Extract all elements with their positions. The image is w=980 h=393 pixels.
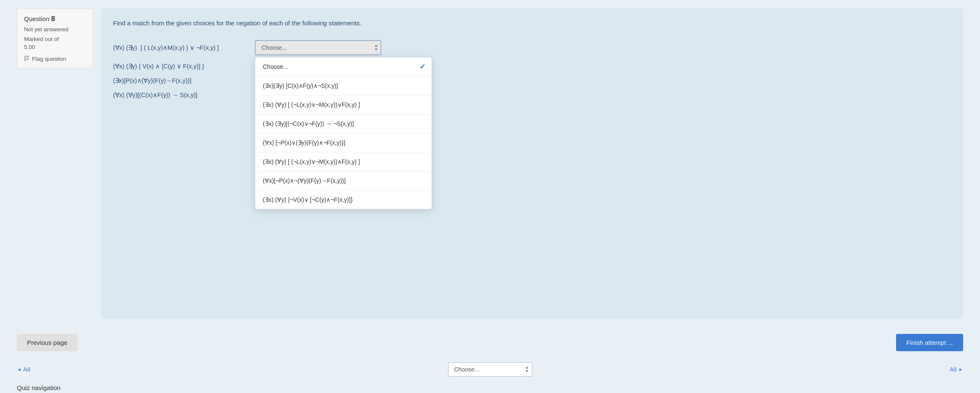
question-area: Find a match from the given choices for … xyxy=(101,8,963,319)
dropdown-container-1: Choose... ▲▼ Choose... ✓ (∃x)(∃y) [C(x) xyxy=(255,40,381,55)
dropdown-option-7[interactable]: (∃x) (∀y) {¬V(x)∨ [¬C(y)∧¬F(x,y)]} xyxy=(255,190,432,209)
question-number: 8 xyxy=(51,15,55,23)
dropdown-option-1[interactable]: (∃x)(∃y) [C(x)∧F(y)∧¬S(x,y)] xyxy=(255,76,432,95)
flag-icon xyxy=(24,56,30,62)
prev-page-button[interactable]: Previous page xyxy=(17,334,78,351)
checkmark-icon: ✓ xyxy=(419,62,426,71)
dropdown-option-choose[interactable]: Choose... ✓ xyxy=(255,57,432,76)
statement-row-4: (∀x) (∀y)[(C(x)∧F(y)) → S(x,y)] xyxy=(113,92,951,98)
dropdown-option-6[interactable]: (∀x)[¬P(x)∧¬(∀y)(F(y)→F(x,y))] xyxy=(255,171,432,190)
flag-question-btn[interactable]: Flag question xyxy=(24,56,86,62)
center-dropdown-container: Choose... ▲▼ xyxy=(448,362,532,377)
statements-list: (∀x) (∃y) [ ( L(x,y)∧M(x,y) ) ∨ ¬F(x,y) … xyxy=(113,40,951,98)
center-page-select[interactable]: Choose... xyxy=(448,362,532,377)
main-content: Question 8 Not yet answered Marked out o… xyxy=(0,0,980,327)
marked-out-of: Marked out of 5.00 xyxy=(24,35,86,51)
quiz-nav-label: Quiz navigation xyxy=(0,382,980,393)
statement-row-1: (∀x) (∃y) [ ( L(x,y)∧M(x,y) ) ∨ ¬F(x,y) … xyxy=(113,40,951,55)
dropdown-option-3[interactable]: (∃x) (∃y)[(¬C(x)∨¬F(y)) → ¬S(x,y)] xyxy=(255,114,432,133)
page-a4-link[interactable]: A4 xyxy=(17,366,30,373)
page-wrapper: Question 8 Not yet answered Marked out o… xyxy=(0,0,980,393)
statement-text-1: (∀x) (∃y) [ ( L(x,y)∧M(x,y) ) ∨ ¬F(x,y) … xyxy=(113,44,248,51)
dropdown-option-5[interactable]: (∃x) (∀y) [ (¬L(x,y)∨¬M(x,y))∧F(x,y) ] xyxy=(255,152,432,171)
dropdown-option-2[interactable]: (∃x) (∀y) [ (¬L(x,y)∨¬M(x,y))∨F(x,y) ] xyxy=(255,95,432,114)
statement-text-3: (∃x)[P(x)∧(∀y)(F(y)→F(x,y))] xyxy=(113,77,248,84)
dropdown-option-4[interactable]: (∀x) [¬P(x)∨(∃y)(F(y)∧¬F(x,y))] xyxy=(255,133,432,152)
dropdown-1[interactable]: Choose... xyxy=(255,40,381,55)
bottom-nav: Previous page Finish attempt ... xyxy=(0,327,980,358)
statement-row-2: (∀x) (∃y) { V(x) ∧ [C(y) ∨ F(x,y)] } xyxy=(113,63,951,70)
question-label: Question 8 xyxy=(24,15,86,23)
finish-attempt-button[interactable]: Finish attempt ... xyxy=(896,334,963,351)
statement-text-4: (∀x) (∀y)[(C(x)∧F(y)) → S(x,y)] xyxy=(113,92,248,98)
question-instruction: Find a match from the given choices for … xyxy=(113,19,951,28)
question-sidebar: Question 8 Not yet answered Marked out o… xyxy=(17,8,93,68)
dropdown-popup-1: Choose... ✓ (∃x)(∃y) [C(x)∧F(y)∧¬S(x,y)]… xyxy=(255,57,432,209)
statement-text-2: (∀x) (∃y) { V(x) ∧ [C(y) ∨ F(x,y)] } xyxy=(113,63,248,70)
pagination-row: A4 Choose... ▲▼ A6 xyxy=(0,358,980,382)
question-status: Not yet answered xyxy=(24,26,86,34)
statement-row-3: (∃x)[P(x)∧(∀y)(F(y)→F(x,y))] xyxy=(113,77,951,84)
page-a6-link[interactable]: A6 xyxy=(950,366,963,373)
